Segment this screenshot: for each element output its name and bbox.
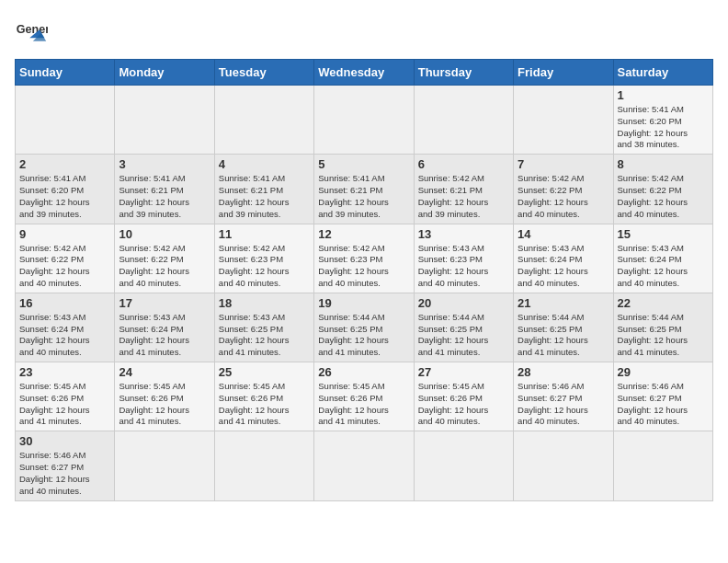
day-number: 24 bbox=[119, 365, 210, 379]
calendar-cell: 9Sunrise: 5:42 AM Sunset: 6:22 PM Daylig… bbox=[16, 224, 115, 293]
day-info: Sunrise: 5:41 AM Sunset: 6:20 PM Dayligh… bbox=[618, 104, 709, 151]
day-number: 26 bbox=[318, 365, 409, 379]
day-info: Sunrise: 5:42 AM Sunset: 6:22 PM Dayligh… bbox=[518, 173, 609, 220]
day-number: 30 bbox=[19, 434, 110, 448]
calendar-cell: 24Sunrise: 5:45 AM Sunset: 6:26 PM Dayli… bbox=[115, 362, 214, 431]
calendar-cell: 7Sunrise: 5:42 AM Sunset: 6:22 PM Daylig… bbox=[514, 155, 613, 224]
day-info: Sunrise: 5:42 AM Sunset: 6:23 PM Dayligh… bbox=[219, 243, 310, 290]
day-number: 2 bbox=[19, 157, 110, 171]
calendar-cell bbox=[514, 431, 613, 500]
day-header-thursday: Thursday bbox=[414, 60, 513, 86]
day-number: 11 bbox=[219, 227, 310, 241]
day-info: Sunrise: 5:46 AM Sunset: 6:27 PM Dayligh… bbox=[19, 450, 110, 497]
day-number: 29 bbox=[618, 365, 709, 379]
calendar-cell: 13Sunrise: 5:43 AM Sunset: 6:23 PM Dayli… bbox=[414, 224, 513, 293]
calendar-cell bbox=[613, 431, 712, 500]
calendar-cell: 19Sunrise: 5:44 AM Sunset: 6:25 PM Dayli… bbox=[314, 293, 414, 362]
day-number: 25 bbox=[219, 365, 310, 379]
day-number: 9 bbox=[19, 227, 110, 241]
day-number: 20 bbox=[418, 296, 509, 310]
calendar-cell: 8Sunrise: 5:42 AM Sunset: 6:22 PM Daylig… bbox=[613, 155, 712, 224]
day-number: 7 bbox=[518, 157, 609, 171]
day-number: 1 bbox=[618, 88, 709, 102]
day-header-sunday: Sunday bbox=[16, 60, 115, 86]
calendar-cell: 26Sunrise: 5:45 AM Sunset: 6:26 PM Dayli… bbox=[314, 362, 414, 431]
calendar-cell: 11Sunrise: 5:42 AM Sunset: 6:23 PM Dayli… bbox=[214, 224, 313, 293]
day-info: Sunrise: 5:46 AM Sunset: 6:27 PM Dayligh… bbox=[518, 381, 609, 428]
calendar-header: SundayMondayTuesdayWednesdayThursdayFrid… bbox=[16, 60, 713, 86]
day-info: Sunrise: 5:41 AM Sunset: 6:20 PM Dayligh… bbox=[19, 173, 110, 220]
logo: General bbox=[15, 15, 53, 48]
day-info: Sunrise: 5:41 AM Sunset: 6:21 PM Dayligh… bbox=[318, 173, 409, 220]
calendar-cell: 16Sunrise: 5:43 AM Sunset: 6:24 PM Dayli… bbox=[16, 293, 115, 362]
day-info: Sunrise: 5:45 AM Sunset: 6:26 PM Dayligh… bbox=[19, 381, 110, 428]
days-of-week-row: SundayMondayTuesdayWednesdayThursdayFrid… bbox=[16, 60, 713, 86]
calendar-cell: 17Sunrise: 5:43 AM Sunset: 6:24 PM Dayli… bbox=[115, 293, 214, 362]
day-number: 16 bbox=[19, 296, 110, 310]
calendar-cell bbox=[115, 86, 214, 155]
day-info: Sunrise: 5:41 AM Sunset: 6:21 PM Dayligh… bbox=[219, 173, 310, 220]
calendar-cell: 4Sunrise: 5:41 AM Sunset: 6:21 PM Daylig… bbox=[214, 155, 313, 224]
day-info: Sunrise: 5:45 AM Sunset: 6:26 PM Dayligh… bbox=[219, 381, 310, 428]
calendar-cell: 23Sunrise: 5:45 AM Sunset: 6:26 PM Dayli… bbox=[16, 362, 115, 431]
day-number: 23 bbox=[19, 365, 110, 379]
calendar-cell: 15Sunrise: 5:43 AM Sunset: 6:24 PM Dayli… bbox=[613, 224, 712, 293]
day-info: Sunrise: 5:44 AM Sunset: 6:25 PM Dayligh… bbox=[518, 312, 609, 359]
calendar-cell: 29Sunrise: 5:46 AM Sunset: 6:27 PM Dayli… bbox=[613, 362, 712, 431]
calendar-week-2: 2Sunrise: 5:41 AM Sunset: 6:20 PM Daylig… bbox=[16, 155, 713, 224]
calendar-cell: 3Sunrise: 5:41 AM Sunset: 6:21 PM Daylig… bbox=[115, 155, 214, 224]
calendar-cell: 5Sunrise: 5:41 AM Sunset: 6:21 PM Daylig… bbox=[314, 155, 414, 224]
day-number: 17 bbox=[119, 296, 210, 310]
calendar-week-1: 1Sunrise: 5:41 AM Sunset: 6:20 PM Daylig… bbox=[16, 86, 713, 155]
day-info: Sunrise: 5:46 AM Sunset: 6:27 PM Dayligh… bbox=[618, 381, 709, 428]
page-header: General bbox=[15, 15, 713, 48]
day-info: Sunrise: 5:43 AM Sunset: 6:24 PM Dayligh… bbox=[119, 312, 210, 359]
calendar-cell bbox=[514, 86, 613, 155]
day-number: 21 bbox=[518, 296, 609, 310]
calendar-cell: 10Sunrise: 5:42 AM Sunset: 6:22 PM Dayli… bbox=[115, 224, 214, 293]
day-number: 8 bbox=[618, 157, 709, 171]
calendar-week-4: 16Sunrise: 5:43 AM Sunset: 6:24 PM Dayli… bbox=[16, 293, 713, 362]
day-number: 4 bbox=[219, 157, 310, 171]
day-info: Sunrise: 5:43 AM Sunset: 6:24 PM Dayligh… bbox=[518, 243, 609, 290]
day-header-saturday: Saturday bbox=[613, 60, 712, 86]
calendar-cell: 12Sunrise: 5:42 AM Sunset: 6:23 PM Dayli… bbox=[314, 224, 414, 293]
day-info: Sunrise: 5:43 AM Sunset: 6:24 PM Dayligh… bbox=[19, 312, 110, 359]
calendar-cell: 25Sunrise: 5:45 AM Sunset: 6:26 PM Dayli… bbox=[214, 362, 313, 431]
day-info: Sunrise: 5:45 AM Sunset: 6:26 PM Dayligh… bbox=[119, 381, 210, 428]
calendar-cell bbox=[414, 86, 513, 155]
calendar-cell bbox=[214, 431, 313, 500]
calendar-cell: 6Sunrise: 5:42 AM Sunset: 6:21 PM Daylig… bbox=[414, 155, 513, 224]
day-number: 15 bbox=[618, 227, 709, 241]
calendar-cell: 18Sunrise: 5:43 AM Sunset: 6:25 PM Dayli… bbox=[214, 293, 313, 362]
day-number: 22 bbox=[618, 296, 709, 310]
day-number: 18 bbox=[219, 296, 310, 310]
day-number: 27 bbox=[418, 365, 509, 379]
calendar-cell bbox=[214, 86, 313, 155]
day-number: 5 bbox=[318, 157, 409, 171]
day-info: Sunrise: 5:44 AM Sunset: 6:25 PM Dayligh… bbox=[318, 312, 409, 359]
calendar-cell: 14Sunrise: 5:43 AM Sunset: 6:24 PM Dayli… bbox=[514, 224, 613, 293]
calendar-cell: 28Sunrise: 5:46 AM Sunset: 6:27 PM Dayli… bbox=[514, 362, 613, 431]
calendar-cell: 21Sunrise: 5:44 AM Sunset: 6:25 PM Dayli… bbox=[514, 293, 613, 362]
day-number: 14 bbox=[518, 227, 609, 241]
calendar-cell bbox=[314, 431, 414, 500]
day-info: Sunrise: 5:42 AM Sunset: 6:23 PM Dayligh… bbox=[318, 243, 409, 290]
day-number: 19 bbox=[318, 296, 409, 310]
day-number: 10 bbox=[119, 227, 210, 241]
svg-text:General: General bbox=[17, 23, 48, 36]
day-header-friday: Friday bbox=[514, 60, 613, 86]
day-info: Sunrise: 5:43 AM Sunset: 6:24 PM Dayligh… bbox=[618, 243, 709, 290]
day-number: 13 bbox=[418, 227, 509, 241]
calendar-cell: 30Sunrise: 5:46 AM Sunset: 6:27 PM Dayli… bbox=[16, 431, 115, 500]
day-info: Sunrise: 5:41 AM Sunset: 6:21 PM Dayligh… bbox=[119, 173, 210, 220]
day-info: Sunrise: 5:42 AM Sunset: 6:22 PM Dayligh… bbox=[119, 243, 210, 290]
calendar-week-5: 23Sunrise: 5:45 AM Sunset: 6:26 PM Dayli… bbox=[16, 362, 713, 431]
day-info: Sunrise: 5:45 AM Sunset: 6:26 PM Dayligh… bbox=[418, 381, 509, 428]
day-header-tuesday: Tuesday bbox=[214, 60, 313, 86]
day-number: 3 bbox=[119, 157, 210, 171]
day-header-wednesday: Wednesday bbox=[314, 60, 414, 86]
day-number: 6 bbox=[418, 157, 509, 171]
day-info: Sunrise: 5:44 AM Sunset: 6:25 PM Dayligh… bbox=[418, 312, 509, 359]
day-info: Sunrise: 5:42 AM Sunset: 6:22 PM Dayligh… bbox=[19, 243, 110, 290]
